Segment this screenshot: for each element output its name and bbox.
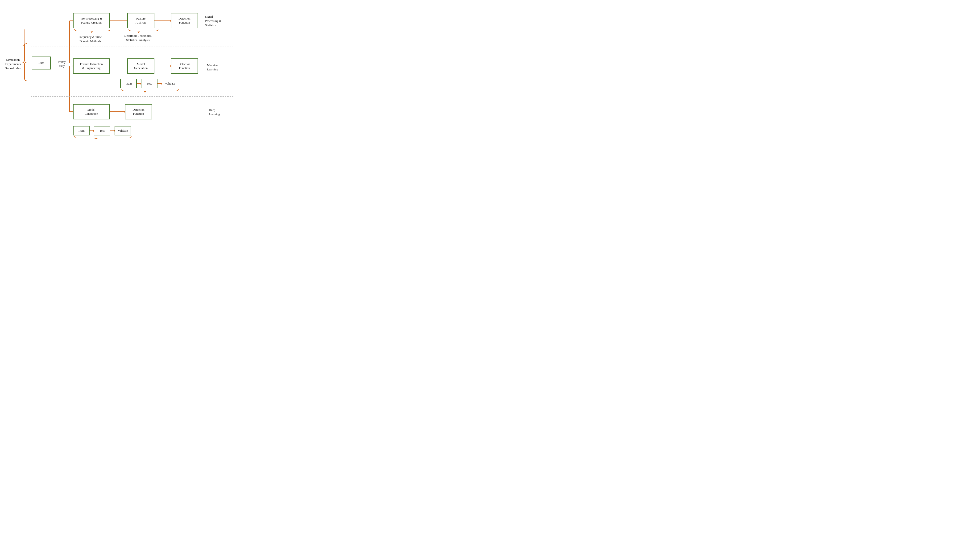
model-gen-ml-box: ModelGeneration <box>127 59 154 74</box>
preprocess-box: Pre-Processing &Feature Creation <box>73 13 109 28</box>
detection2-box: DetectionFunction <box>171 59 198 74</box>
machine-learning-label: MachineLearning <box>207 63 230 72</box>
test-ml-box: Test <box>141 79 157 88</box>
deep-learning-label: DeepLearning <box>209 108 232 116</box>
signal-processing-label: SignalProcessing &Statistical <box>205 15 234 28</box>
model-gen-dl-box: ModelGeneration <box>73 104 109 119</box>
feature-analysis-box: FeatureAnalysis <box>127 13 154 28</box>
freq-time-label: Frequency & TimeDomain Methods <box>70 35 111 43</box>
validate-ml-box: Validate <box>162 79 178 88</box>
validate-dl-box: Validate <box>114 126 131 135</box>
sim-experiments-label: SimulationExperimentsRepositories <box>2 58 24 71</box>
train-dl-box: Train <box>73 126 90 135</box>
healthy-faulty-label: HealthyFaulty <box>52 60 70 68</box>
detection1-box: DetectionFunction <box>171 13 198 28</box>
detection3-box: DetectionFunction <box>125 104 152 119</box>
test-dl-box: Test <box>94 126 110 135</box>
data-box: Data <box>32 57 51 70</box>
dashed-line-1 <box>31 46 234 46</box>
train-ml-box: Train <box>120 79 137 88</box>
dashed-line-2 <box>31 96 234 96</box>
determine-thresh-label: Determine ThresholdsStatistical Analysis <box>116 34 160 42</box>
feature-extraction-box: Feature Extraction& Engineering <box>73 59 109 74</box>
diagram: Data Pre-Processing &Feature Creation Fe… <box>0 0 245 139</box>
